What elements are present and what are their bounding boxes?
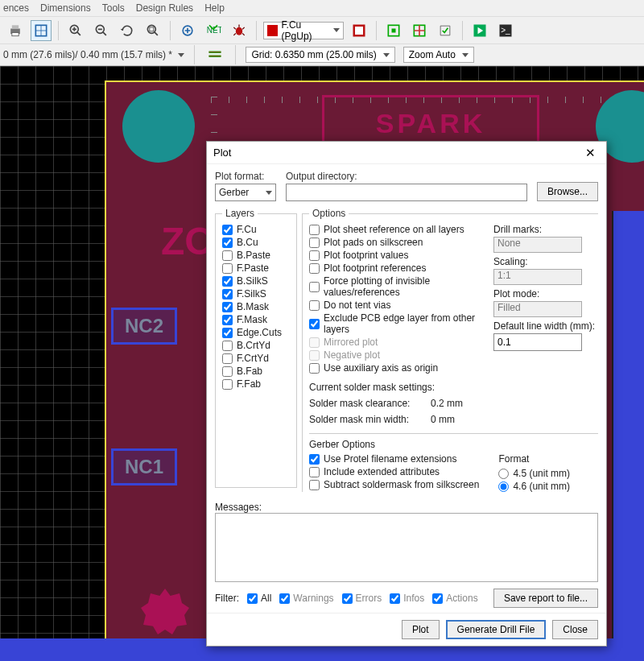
gerber-option-checkbox[interactable]: Include extended attributes (309, 466, 479, 477)
net-icon[interactable]: NET (203, 20, 224, 41)
menu-item[interactable]: Design Rules (136, 2, 193, 14)
mask-clearance-label: Solder mask clearance: (309, 398, 426, 409)
messages-textarea[interactable] (215, 513, 598, 582)
option-checkbox[interactable]: Do not tent vias (309, 300, 484, 311)
option-checkbox[interactable]: Plot pads on silkscreen (309, 237, 484, 248)
close-icon[interactable]: ✕ (580, 143, 600, 163)
chevron-down-icon (266, 191, 272, 195)
zoom-fit-icon[interactable] (142, 20, 163, 41)
layer-checkbox[interactable]: F.CrtYd (222, 353, 290, 364)
gerber-option-checkbox[interactable]: Use Protel filename extensions (309, 453, 479, 465)
layer-checkbox[interactable]: B.Fab (222, 366, 290, 377)
menu-item[interactable]: Tools (102, 2, 125, 14)
option-checkbox: Negative plot (309, 349, 484, 361)
layer-checkbox[interactable]: F.Mask (222, 314, 290, 325)
filter-warnings-checkbox[interactable]: Warnings (279, 593, 333, 604)
dialog-titlebar[interactable]: Plot ✕ (207, 142, 606, 164)
svg-text:>_: >_ (501, 26, 510, 35)
option-checkbox[interactable]: Use auxiliary axis as origin (309, 362, 484, 374)
messages-label: Messages: (215, 502, 598, 513)
print-icon[interactable] (5, 20, 26, 41)
layer-selector[interactable]: F.Cu (PgUp) (263, 22, 344, 39)
layer-checkbox[interactable]: B.SilkS (222, 275, 290, 287)
layer-manager-icon[interactable] (349, 20, 369, 41)
zoom-area-icon[interactable] (177, 20, 198, 41)
zoom-in-icon[interactable] (65, 20, 86, 41)
layer-checkbox[interactable]: F.Cu (222, 224, 290, 235)
plot-mode-label: Plot mode: (493, 288, 598, 300)
options-fieldset: Options Plot sheet reference on all laye… (302, 208, 598, 492)
format-radio[interactable]: 4.5 (unit mm) (498, 468, 570, 479)
drc-icon[interactable] (435, 20, 456, 41)
plot-button[interactable]: Plot (402, 620, 440, 639)
layer-checkbox[interactable]: F.Fab (222, 378, 290, 390)
svg-rect-7 (150, 27, 154, 31)
layer-color-swatch (267, 25, 278, 36)
plot-format-select[interactable]: Gerber (215, 184, 276, 201)
layer-checkbox[interactable]: Edge.Cuts (222, 327, 290, 338)
grid-selector[interactable]: Grid: 0.6350 mm (25.00 mils) (246, 47, 394, 63)
format-fieldset: Format 4.5 (unit mm)4.6 (unit mm) (498, 453, 570, 492)
layer-checkbox[interactable]: F.Paste (222, 262, 290, 274)
output-directory-input[interactable] (286, 184, 527, 201)
browse-button[interactable]: Browse... (537, 182, 598, 201)
zoom-out-icon[interactable] (91, 20, 112, 41)
play-icon[interactable] (469, 20, 490, 41)
layer-checkbox[interactable]: B.Mask (222, 301, 290, 312)
script-icon[interactable]: >_ (495, 20, 516, 41)
layers-fieldset: Layers F.CuB.CuB.PasteF.PasteB.SilkSF.Si… (215, 208, 297, 488)
menu-item[interactable]: ences (3, 2, 29, 14)
layer-checkbox[interactable]: F.SilkS (222, 288, 290, 300)
bug-icon[interactable] (229, 20, 250, 41)
main-toolbar: NET F.Cu (PgUp) >_ (0, 16, 644, 43)
option-checkbox[interactable]: Plot sheet reference on all layers (309, 224, 484, 235)
scaling-label: Scaling: (493, 256, 598, 267)
layer-checkbox[interactable]: B.Paste (222, 250, 290, 261)
filter-all-checkbox[interactable]: All (247, 593, 271, 604)
layer-checkbox[interactable]: B.Cu (222, 237, 290, 248)
route-icon[interactable] (204, 44, 225, 65)
redraw-icon[interactable] (117, 20, 138, 41)
menu-item[interactable]: Dimensions (40, 2, 91, 14)
module-editor-icon[interactable] (383, 20, 404, 41)
format-legend: Format (498, 453, 570, 465)
filter-actions-checkbox[interactable]: Actions (432, 593, 477, 604)
scaling-select[interactable]: 1:1 (493, 269, 582, 285)
options-legend: Options (309, 208, 349, 219)
plot-mode-select[interactable]: Filled (493, 301, 582, 317)
layers-legend: Layers (222, 208, 258, 219)
zoom-selector[interactable]: Zoom Auto (403, 47, 474, 63)
default-linewidth-input[interactable] (493, 333, 582, 351)
copper-trace (612, 211, 644, 661)
option-checkbox: Mirrored plot (309, 337, 484, 348)
option-checkbox[interactable]: Plot footprint values (309, 250, 484, 261)
plot-format-label: Plot format: (215, 171, 276, 182)
generate-drill-file-button[interactable]: Generate Drill File (446, 620, 547, 639)
track-width-status[interactable]: 0 mm (27.6 mils)/ 0.40 mm (15.7 mils) * (3, 49, 184, 60)
chevron-down-icon (383, 53, 390, 57)
separator (256, 21, 257, 40)
layer-checkbox[interactable]: B.CrtYd (222, 340, 290, 351)
gerber-option-checkbox[interactable]: Subtract soldermask from silkscreen (309, 479, 479, 490)
filter-errors-checkbox[interactable]: Errors (342, 593, 382, 604)
menu-item[interactable]: Help (204, 2, 225, 14)
filter-label: Filter: (215, 593, 239, 604)
format-radio[interactable]: 4.6 (unit mm) (498, 481, 570, 492)
option-checkbox[interactable]: Plot footprint references (309, 262, 484, 274)
plot-icon[interactable] (31, 20, 52, 41)
drill-marks-label: Drill marks: (493, 224, 598, 235)
close-button[interactable]: Close (552, 620, 598, 639)
option-checkbox[interactable]: Force plotting of invisible values/refer… (309, 275, 484, 298)
drill-marks-select[interactable]: None (493, 237, 582, 253)
mask-clearance-value: 0.2 mm (431, 398, 463, 409)
separator (376, 21, 377, 40)
option-checkbox[interactable]: Exclude PCB edge layer from other layers (309, 312, 484, 335)
gerber-options-legend: Gerber Options (309, 439, 598, 450)
pad-label-nc1: NC1 (111, 448, 177, 485)
separator (170, 21, 171, 40)
chevron-down-icon (333, 28, 340, 32)
module-viewer-icon[interactable] (409, 20, 430, 41)
mounting-hole (122, 90, 195, 163)
filter-infos-checkbox[interactable]: Infos (390, 593, 424, 604)
save-report-button[interactable]: Save report to file... (493, 589, 598, 608)
